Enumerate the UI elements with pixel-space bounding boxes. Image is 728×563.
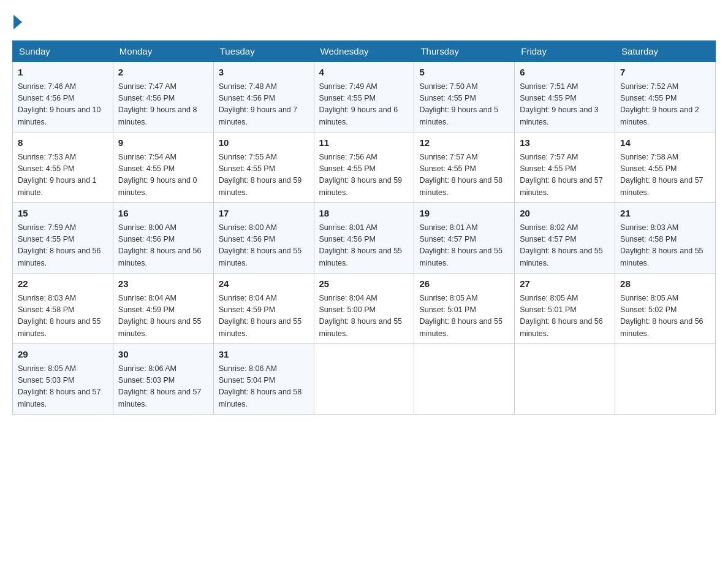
calendar-cell: 2Sunrise: 7:47 AMSunset: 4:56 PMDaylight… [113, 62, 213, 132]
calendar-cell: 29Sunrise: 8:05 AMSunset: 5:03 PMDayligh… [13, 344, 113, 415]
weekday-header-tuesday: Tuesday [213, 41, 314, 62]
day-number: 8 [18, 136, 108, 150]
weekday-header-thursday: Thursday [414, 41, 515, 62]
calendar-week-row: 22Sunrise: 8:03 AMSunset: 4:58 PMDayligh… [13, 274, 716, 344]
day-info: Sunrise: 7:54 AMSunset: 4:55 PMDaylight:… [118, 151, 208, 199]
day-number: 17 [219, 207, 309, 221]
day-number: 9 [118, 136, 208, 150]
calendar-cell: 25Sunrise: 8:04 AMSunset: 5:00 PMDayligh… [314, 274, 414, 344]
day-info: Sunrise: 8:04 AMSunset: 5:00 PMDaylight:… [319, 293, 409, 340]
day-number: 14 [620, 136, 710, 150]
calendar-table: SundayMondayTuesdayWednesdayThursdayFrid… [12, 40, 716, 415]
calendar-week-row: 29Sunrise: 8:05 AMSunset: 5:03 PMDayligh… [13, 344, 716, 415]
calendar-cell: 3Sunrise: 7:48 AMSunset: 4:56 PMDaylight… [213, 62, 314, 132]
day-number: 3 [219, 66, 309, 80]
calendar-cell: 14Sunrise: 7:58 AMSunset: 4:55 PMDayligh… [615, 132, 716, 203]
calendar-week-row: 15Sunrise: 7:59 AMSunset: 4:55 PMDayligh… [13, 203, 716, 274]
day-info: Sunrise: 8:04 AMSunset: 4:59 PMDaylight:… [118, 293, 208, 340]
day-number: 29 [18, 348, 108, 362]
calendar-cell: 9Sunrise: 7:54 AMSunset: 4:55 PMDaylight… [113, 132, 213, 203]
calendar-cell: 19Sunrise: 8:01 AMSunset: 4:57 PMDayligh… [414, 203, 515, 274]
day-info: Sunrise: 8:05 AMSunset: 5:02 PMDaylight:… [620, 293, 710, 340]
day-info: Sunrise: 7:57 AMSunset: 4:55 PMDaylight:… [520, 151, 610, 199]
day-number: 31 [219, 348, 309, 362]
day-number: 27 [520, 277, 610, 291]
day-info: Sunrise: 8:05 AMSunset: 5:01 PMDaylight:… [520, 293, 610, 340]
day-info: Sunrise: 7:57 AMSunset: 4:55 PMDaylight:… [419, 151, 509, 199]
day-info: Sunrise: 8:05 AMSunset: 5:01 PMDaylight:… [419, 293, 509, 340]
calendar-cell: 18Sunrise: 8:01 AMSunset: 4:56 PMDayligh… [314, 203, 414, 274]
day-number: 5 [419, 66, 509, 80]
day-number: 19 [419, 207, 509, 221]
calendar-cell: 10Sunrise: 7:55 AMSunset: 4:55 PMDayligh… [213, 132, 314, 203]
day-number: 15 [18, 207, 108, 221]
day-info: Sunrise: 8:03 AMSunset: 4:58 PMDaylight:… [18, 293, 108, 340]
day-info: Sunrise: 7:49 AMSunset: 4:55 PMDaylight:… [319, 81, 409, 129]
calendar-week-row: 8Sunrise: 7:53 AMSunset: 4:55 PMDaylight… [13, 132, 716, 203]
logo [12, 12, 25, 29]
day-info: Sunrise: 7:51 AMSunset: 4:55 PMDaylight:… [520, 81, 610, 129]
day-number: 16 [118, 207, 208, 221]
calendar-cell: 26Sunrise: 8:05 AMSunset: 5:01 PMDayligh… [414, 274, 515, 344]
day-number: 10 [219, 136, 309, 150]
day-info: Sunrise: 8:06 AMSunset: 5:04 PMDaylight:… [219, 363, 309, 411]
day-number: 13 [520, 136, 610, 150]
day-number: 26 [419, 277, 509, 291]
weekday-header-monday: Monday [113, 41, 213, 62]
calendar-cell: 28Sunrise: 8:05 AMSunset: 5:02 PMDayligh… [615, 274, 716, 344]
day-number: 20 [520, 207, 610, 221]
day-number: 25 [319, 277, 409, 291]
calendar-cell [515, 344, 615, 415]
calendar-cell: 11Sunrise: 7:56 AMSunset: 4:55 PMDayligh… [314, 132, 414, 203]
day-number: 1 [18, 66, 108, 80]
calendar-cell: 21Sunrise: 8:03 AMSunset: 4:58 PMDayligh… [615, 203, 716, 274]
weekday-header-row: SundayMondayTuesdayWednesdayThursdayFrid… [13, 41, 716, 62]
weekday-header-friday: Friday [515, 41, 615, 62]
day-info: Sunrise: 7:55 AMSunset: 4:55 PMDaylight:… [219, 151, 309, 199]
calendar-cell: 27Sunrise: 8:05 AMSunset: 5:01 PMDayligh… [515, 274, 615, 344]
calendar-cell [314, 344, 414, 415]
calendar-cell: 24Sunrise: 8:04 AMSunset: 4:59 PMDayligh… [213, 274, 314, 344]
calendar-cell: 31Sunrise: 8:06 AMSunset: 5:04 PMDayligh… [213, 344, 314, 415]
day-info: Sunrise: 7:46 AMSunset: 4:56 PMDaylight:… [18, 81, 108, 129]
day-info: Sunrise: 7:50 AMSunset: 4:55 PMDaylight:… [419, 81, 509, 129]
day-number: 22 [18, 277, 108, 291]
day-info: Sunrise: 7:56 AMSunset: 4:55 PMDaylight:… [319, 151, 409, 199]
calendar-cell: 20Sunrise: 8:02 AMSunset: 4:57 PMDayligh… [515, 203, 615, 274]
day-number: 12 [419, 136, 509, 150]
calendar-cell: 23Sunrise: 8:04 AMSunset: 4:59 PMDayligh… [113, 274, 213, 344]
day-info: Sunrise: 8:05 AMSunset: 5:03 PMDaylight:… [18, 363, 108, 411]
day-number: 11 [319, 136, 409, 150]
day-number: 21 [620, 207, 710, 221]
day-info: Sunrise: 7:58 AMSunset: 4:55 PMDaylight:… [620, 151, 710, 199]
day-number: 30 [118, 348, 208, 362]
day-number: 7 [620, 66, 710, 80]
day-number: 28 [620, 277, 710, 291]
page-header [12, 12, 716, 29]
day-info: Sunrise: 8:04 AMSunset: 4:59 PMDaylight:… [219, 293, 309, 340]
calendar-cell: 30Sunrise: 8:06 AMSunset: 5:03 PMDayligh… [113, 344, 213, 415]
calendar-cell [615, 344, 716, 415]
day-number: 6 [520, 66, 610, 80]
day-number: 2 [118, 66, 208, 80]
day-info: Sunrise: 8:06 AMSunset: 5:03 PMDaylight:… [118, 363, 208, 411]
day-info: Sunrise: 8:02 AMSunset: 4:57 PMDaylight:… [520, 222, 610, 270]
day-number: 23 [118, 277, 208, 291]
day-info: Sunrise: 7:52 AMSunset: 4:55 PMDaylight:… [620, 81, 710, 129]
calendar-cell [414, 344, 515, 415]
calendar-cell: 22Sunrise: 8:03 AMSunset: 4:58 PMDayligh… [13, 274, 113, 344]
calendar-cell: 6Sunrise: 7:51 AMSunset: 4:55 PMDaylight… [515, 62, 615, 132]
weekday-header-wednesday: Wednesday [314, 41, 414, 62]
calendar-cell: 12Sunrise: 7:57 AMSunset: 4:55 PMDayligh… [414, 132, 515, 203]
calendar-cell: 5Sunrise: 7:50 AMSunset: 4:55 PMDaylight… [414, 62, 515, 132]
calendar-cell: 1Sunrise: 7:46 AMSunset: 4:56 PMDaylight… [13, 62, 113, 132]
day-info: Sunrise: 7:48 AMSunset: 4:56 PMDaylight:… [219, 81, 309, 129]
day-info: Sunrise: 8:01 AMSunset: 4:56 PMDaylight:… [319, 222, 409, 270]
calendar-week-row: 1Sunrise: 7:46 AMSunset: 4:56 PMDaylight… [13, 62, 716, 132]
day-info: Sunrise: 8:03 AMSunset: 4:58 PMDaylight:… [620, 222, 710, 270]
day-info: Sunrise: 7:53 AMSunset: 4:55 PMDaylight:… [18, 151, 108, 199]
calendar-cell: 17Sunrise: 8:00 AMSunset: 4:56 PMDayligh… [213, 203, 314, 274]
calendar-cell: 13Sunrise: 7:57 AMSunset: 4:55 PMDayligh… [515, 132, 615, 203]
day-info: Sunrise: 7:47 AMSunset: 4:56 PMDaylight:… [118, 81, 208, 129]
logo-arrow-icon [13, 15, 22, 29]
